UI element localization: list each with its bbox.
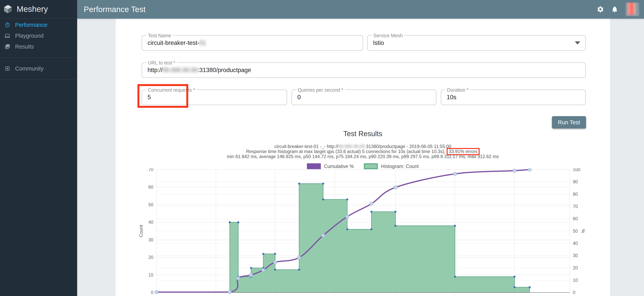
- svg-text:20: 20: [573, 265, 578, 270]
- spacer: [0, 74, 77, 79]
- sidebar-item-label: Performance: [15, 22, 47, 28]
- queries-per-second-field[interactable]: Queries per second * 0: [292, 90, 436, 105]
- svg-text:0: 0: [151, 290, 153, 295]
- sidebar-item-performance[interactable]: Performance: [0, 20, 77, 30]
- svg-text:%: %: [580, 229, 586, 233]
- brand-name: Meshery: [17, 5, 48, 14]
- field-label: URL to test *: [146, 60, 177, 66]
- app-header: Performance Test: [77, 0, 644, 19]
- service-mesh-value: Istio: [373, 39, 384, 46]
- sidebar-item-label: Community: [15, 65, 44, 72]
- exit-to-app-icon: [5, 66, 10, 71]
- sidebar-item-playground[interactable]: Playground: [0, 30, 77, 41]
- test-name-value: circuit-breaker-test-01: [148, 39, 206, 46]
- svg-text:50: 50: [573, 229, 578, 234]
- laptop-icon: [5, 33, 10, 39]
- test-name-field[interactable]: Test Name circuit-breaker-test-01: [142, 35, 363, 51]
- svg-text:90: 90: [573, 179, 578, 184]
- sidebar-divider: [0, 79, 77, 80]
- svg-text:40: 40: [148, 220, 153, 225]
- page-title: Performance Test: [84, 5, 146, 14]
- avatar[interactable]: [626, 2, 639, 16]
- svg-text:10: 10: [573, 278, 578, 283]
- duration-value: 10s: [447, 94, 456, 101]
- redacted-text: 01: [199, 39, 206, 46]
- sidebar-item-community[interactable]: Community: [0, 63, 77, 74]
- bell-icon[interactable]: [611, 6, 618, 13]
- service-mesh-select[interactable]: Service Mesh Istio: [367, 35, 586, 51]
- run-test-button[interactable]: Run Test: [552, 116, 586, 128]
- url-value: http://00.000.00.00:31380/productpage: [148, 67, 251, 74]
- gear-icon[interactable]: [597, 6, 604, 13]
- performance-test-card: Test Name circuit-breaker-test-01 Servic…: [115, 19, 610, 296]
- svg-text:100: 100: [573, 168, 580, 172]
- svg-text:40: 40: [573, 241, 578, 246]
- results-title: Test Results: [116, 130, 610, 138]
- svg-text:60: 60: [148, 185, 153, 190]
- spacer: [0, 58, 77, 63]
- meshery-logo-icon: [3, 4, 13, 14]
- photo-library-icon: [5, 44, 10, 49]
- svg-text:30: 30: [148, 237, 153, 242]
- avatar-image-blurred: [626, 2, 639, 16]
- sidebar: Meshery Performance Playground Results: [0, 0, 77, 296]
- response-time-histogram-chart: 0102030405060700102030405060708090100Cou…: [135, 168, 591, 296]
- field-label: Duration *: [446, 87, 470, 93]
- field-label: Test Name: [146, 33, 172, 39]
- sidebar-item-results[interactable]: Results: [0, 41, 77, 52]
- redacted-text: 00.000.00.00: [163, 67, 198, 73]
- redacted-text: 00.000.00.00:: [338, 144, 366, 149]
- svg-text:50: 50: [148, 202, 153, 207]
- main-content: Test Name circuit-breaker-test-01 Servic…: [77, 19, 644, 296]
- chart-subtitle-line3: min 61.842 ms, average 146.925 ms, p50 1…: [116, 154, 610, 159]
- concurrent-requests-value: 5: [148, 94, 151, 101]
- qps-value: 0: [298, 94, 301, 101]
- chevron-down-icon: [575, 41, 580, 45]
- concurrent-requests-field[interactable]: Concurrent requests * 5: [142, 90, 287, 105]
- spacer: [0, 52, 77, 58]
- field-label: Queries per second *: [296, 87, 345, 93]
- chart-subtitle-line2: Response time histogram at max target qp…: [116, 149, 610, 154]
- brand[interactable]: Meshery: [0, 0, 77, 19]
- duration-field[interactable]: Duration * 10s: [441, 90, 586, 105]
- svg-text:20: 20: [148, 255, 153, 260]
- field-label: Service Mesh: [372, 33, 404, 39]
- url-to-test-field[interactable]: URL to test * http://00.000.00.00:31380/…: [142, 62, 586, 78]
- sidebar-item-label: Results: [15, 44, 34, 50]
- field-label: Concurrent requests *: [146, 87, 196, 93]
- chart-subtitle-line1: circuit-breaker-test-01 -_- http://00.00…: [116, 144, 610, 149]
- svg-text:80: 80: [573, 192, 578, 197]
- sidebar-nav: Performance Playground Results Community: [0, 19, 77, 80]
- svg-text:10: 10: [148, 272, 153, 277]
- svg-text:Count: Count: [138, 225, 144, 237]
- svg-text:30: 30: [573, 253, 578, 258]
- svg-text:70: 70: [148, 168, 153, 172]
- timer-icon: [5, 22, 10, 28]
- svg-text:70: 70: [573, 204, 578, 209]
- svg-text:0: 0: [573, 290, 575, 295]
- sidebar-item-label: Playground: [15, 33, 44, 39]
- svg-text:60: 60: [573, 216, 578, 221]
